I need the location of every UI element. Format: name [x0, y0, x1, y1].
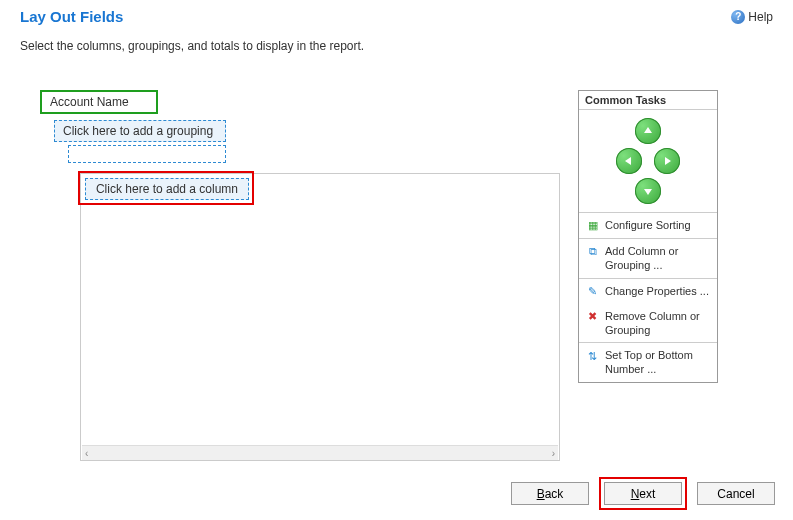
common-tasks-panel: Common Tasks ▦ Configure Sorting ⧉ Add C…	[578, 90, 718, 383]
remove-icon: ✖	[585, 309, 600, 324]
arrow-down-button[interactable]	[635, 178, 661, 204]
scroll-left-icon[interactable]: ‹	[85, 448, 88, 459]
task-remove-column-grouping[interactable]: ✖ Remove Column or Grouping	[579, 304, 717, 343]
task-label: Configure Sorting	[605, 218, 691, 232]
next-button[interactable]: Next	[604, 482, 682, 505]
help-link[interactable]: ? Help	[731, 10, 773, 24]
top-bottom-icon: ⇅	[585, 348, 600, 363]
cancel-button[interactable]: Cancel	[697, 482, 775, 505]
task-label: Add Column or Grouping ...	[605, 244, 711, 273]
back-rest: ack	[545, 487, 564, 501]
arrow-left-button[interactable]	[616, 148, 642, 174]
field-account-name[interactable]: Account Name	[40, 90, 158, 114]
arrow-left-icon	[623, 155, 635, 167]
move-arrows-pad	[579, 110, 717, 213]
wizard-footer: Back Next Cancel	[511, 477, 775, 510]
help-icon: ?	[731, 10, 745, 24]
arrow-down-icon	[642, 185, 654, 197]
sort-icon: ▦	[585, 218, 600, 233]
task-label: Remove Column or Grouping	[605, 309, 711, 338]
highlight-next: Next	[599, 477, 687, 510]
arrow-right-button[interactable]	[654, 148, 680, 174]
properties-icon: ✎	[585, 284, 600, 299]
common-tasks-header: Common Tasks	[579, 91, 717, 110]
task-add-column-grouping[interactable]: ⧉ Add Column or Grouping ...	[579, 239, 717, 278]
task-label: Change Properties ...	[605, 284, 709, 298]
task-set-top-bottom[interactable]: ⇅ Set Top or Bottom Number ...	[579, 343, 717, 382]
grouping-empty-slot[interactable]	[68, 145, 226, 163]
task-label: Set Top or Bottom Number ...	[605, 348, 711, 377]
arrow-right-icon	[661, 155, 673, 167]
arrow-up-button[interactable]	[635, 118, 661, 144]
add-column-placeholder[interactable]: Click here to add a column	[85, 178, 249, 200]
help-label: Help	[748, 10, 773, 24]
add-grouping-placeholder[interactable]: Click here to add a grouping	[54, 120, 226, 142]
task-change-properties[interactable]: ✎ Change Properties ...	[579, 279, 717, 304]
scroll-right-icon[interactable]: ›	[552, 448, 555, 459]
back-button[interactable]: Back	[511, 482, 589, 505]
horizontal-scrollbar[interactable]: ‹ ›	[82, 445, 558, 460]
task-configure-sorting[interactable]: ▦ Configure Sorting	[579, 213, 717, 238]
layout-area: Account Name Click here to add a groupin…	[40, 90, 560, 461]
instruction-text: Select the columns, groupings, and total…	[0, 31, 793, 69]
page-title: Lay Out Fields	[20, 8, 123, 25]
add-icon: ⧉	[585, 244, 600, 259]
arrow-up-icon	[642, 125, 654, 137]
columns-panel: Click here to add a column ‹ ›	[80, 173, 560, 461]
